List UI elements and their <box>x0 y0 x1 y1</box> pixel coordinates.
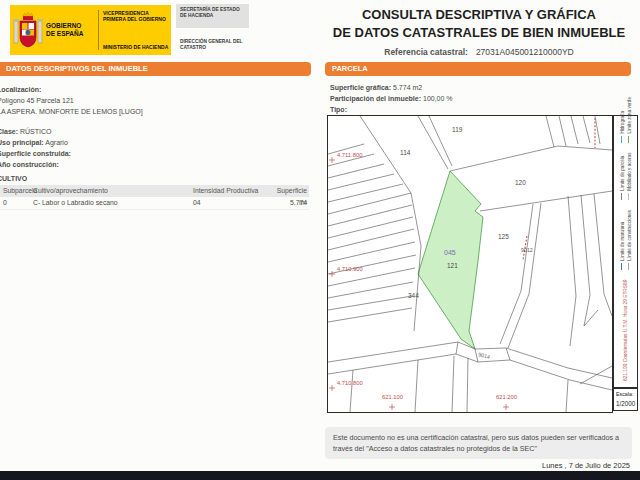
cultivo-table-header: Subparcela Cultivo/aprovechamiento Inten… <box>0 185 309 197</box>
parcela-panel: Superficie gráfica: 5.774 m2 Participaci… <box>330 82 630 115</box>
parcel-label-120: 120 <box>515 179 526 186</box>
parcela-section-header: PARCELA <box>325 62 631 76</box>
utm-coord-4710800: 4.710.800 <box>337 380 363 386</box>
superficie-grafica-value: 5.774 m2 <box>393 84 422 91</box>
participacion-row: Participación del inmueble: 100,00 % <box>330 93 630 104</box>
parcel-label-9014: 9014 <box>478 351 491 360</box>
cadastral-reference-row: Referencia catastral:27031A045001210000Y… <box>325 47 633 57</box>
anio-construccion-label: Año construcción: <box>0 159 309 170</box>
cell-cultivo: C- Labor o Labradío secano <box>33 197 193 209</box>
highlighted-parcel-121 <box>418 171 483 349</box>
map-legend-strip: 621.100 Coordenadas U.T.M. Huso 29 ETRS8… <box>613 115 638 388</box>
map-legend-rotated-content: 621.100 Coordenadas U.T.M. Huso 29 ETRS8… <box>614 111 637 386</box>
cadastral-map: 119 114 120 125 9012 045 121 344 9014 4.… <box>327 115 613 413</box>
cadastral-reference-value: 27031A045001210000YD <box>476 47 574 57</box>
cultivo-table: Subparcela Cultivo/aprovechamiento Inten… <box>0 185 309 210</box>
utm-coord-621200: 621.200 <box>496 394 517 400</box>
parcel-label-125: 125 <box>498 233 509 240</box>
clase-value: RÚSTICO <box>20 128 52 135</box>
parcel-label-121: 121 <box>447 262 458 269</box>
disclaimer-box: Este documento no es una certificación c… <box>325 427 632 459</box>
legend-item-hidrografia: Hidrografía <box>620 97 625 143</box>
red-hatch-marks <box>523 118 595 260</box>
uso-value: Agrario <box>45 139 68 146</box>
document-date: Lunes , 7 de Julio de 2025 <box>325 461 630 470</box>
descriptive-data-section-header: DATOS DESCRIPTIVOS DEL INMUEBLE <box>0 62 311 76</box>
legend-item-construcciones: Límite de construcciones <box>627 210 632 270</box>
document-title: CONSULTA DESCRIPTIVA Y GRÁFICA DE DATOS … <box>325 7 633 57</box>
vicepresidencia-label: VICEPRESIDENCIA PRIMERA DEL GOBIERNO <box>103 10 169 23</box>
utm-coordinates-note: 621.100 Coordenadas U.T.M. Huso 29 ETRS8… <box>623 280 628 381</box>
localizacion-line-1: Polígono 45 Parcela 121 <box>0 95 309 106</box>
participacion-label: Participación del inmueble: <box>330 95 421 102</box>
parcel-label-114: 114 <box>400 149 411 156</box>
catastro-document-page: GOBIERNO DE ESPAÑA VICEPRESIDENCIA PRIME… <box>0 0 640 480</box>
utm-grid-ticks <box>329 157 509 410</box>
parcel-label-344: 344 <box>408 292 419 299</box>
scale-value: 1/2000 <box>616 399 635 408</box>
clase-row: Clase: RÚSTICO <box>0 126 309 137</box>
cell-superficie: 5.774 <box>267 197 309 209</box>
ministry-labels: VICEPRESIDENCIA PRIMERA DEL GOBIERNO MIN… <box>101 5 171 55</box>
header-divider <box>98 10 99 50</box>
cultivo-table-row: 0 C- Labor o Labradío secano 04 5.774 <box>0 197 309 210</box>
cell-intensidad: 04 <box>193 197 267 209</box>
zona-verde-line-swatch <box>628 136 629 143</box>
legend-pair-3: Hidrografía Límite zona verde <box>620 97 632 143</box>
parcel-map-svg: 119 114 120 125 9012 045 121 344 9014 4.… <box>328 116 612 412</box>
scale-label: Escala: <box>616 391 635 399</box>
polygon-label-045: 045 <box>444 249 456 256</box>
parcela-line-swatch <box>621 193 622 200</box>
direccion-general-catastro-label: DIRECCIÓN GENERAL DEL CATASTRO <box>180 39 250 52</box>
legend-pair-1: Límite de manzana Límite de construccion… <box>620 210 632 270</box>
uso-label: Uso principal: <box>0 139 44 146</box>
hidrografia-line-swatch <box>621 136 622 143</box>
legend-pair-2: Límite de parcela Mobiliario y aceras <box>620 153 632 200</box>
utm-coord-621100: 621.100 <box>382 394 403 400</box>
clase-label: Clase: <box>0 128 18 135</box>
cell-subparcela: 0 <box>0 197 33 209</box>
legend-item-parcela: Límite de parcela <box>620 153 625 200</box>
ministerio-label: MINISTERIO DE HACIENDA <box>103 44 169 50</box>
cadastral-reference-label: Referencia catastral: <box>384 47 468 57</box>
utm-coord-4710900: 4.710.900 <box>337 266 363 272</box>
superficie-construida-label: Superficie construida: <box>0 148 309 159</box>
localizacion-line-2: LA ASPERA. MONFORTE DE LEMOS [LUGO] <box>0 106 309 117</box>
bottom-bar <box>0 471 640 480</box>
superficie-grafica-row: Superficie gráfica: 5.774 m2 <box>330 82 630 93</box>
participacion-value: 100,00 % <box>423 95 453 102</box>
legend-item-zona-verde: Límite zona verde <box>627 97 632 143</box>
utm-coord-4711800: 4.711.800 <box>337 152 362 158</box>
mobiliario-line-swatch <box>628 193 629 200</box>
title-line-2: DE DATOS CATASTRALES DE BIEN INMUEBLE <box>325 25 633 40</box>
secretaria-de-estado-box: SECRETARÍA DE ESTADO DE HACIENDA <box>176 4 249 28</box>
cultivo-title: CULTIVO <box>0 175 27 182</box>
spain-coat-of-arms-icon <box>10 5 46 55</box>
superficie-grafica-label: Superficie gráfica: <box>330 84 391 91</box>
localizacion-label: Localización: <box>0 84 309 95</box>
government-header-band: GOBIERNO DE ESPAÑA VICEPRESIDENCIA PRIME… <box>10 5 171 55</box>
legend-item-manzana: Límite de manzana <box>620 210 625 270</box>
parcel-label-119: 119 <box>452 126 463 133</box>
gobierno-de-espana-label: GOBIERNO DE ESPAÑA <box>46 5 96 55</box>
descriptive-data-panel: Localización: Polígono 45 Parcela 121 LA… <box>0 84 309 170</box>
title-line-1: CONSULTA DESCRIPTIVA Y GRÁFICA <box>325 7 633 22</box>
legend-item-mobiliario: Mobiliario y aceras <box>627 153 632 200</box>
tipo-label: Tipo: <box>330 104 630 115</box>
parcel-label-9012: 9012 <box>521 247 533 253</box>
map-scale-box: Escala: 1/2000 <box>613 388 638 411</box>
construcciones-line-swatch <box>628 263 629 270</box>
manzana-line-swatch <box>621 263 622 270</box>
uso-row: Uso principal: Agrario <box>0 137 309 148</box>
